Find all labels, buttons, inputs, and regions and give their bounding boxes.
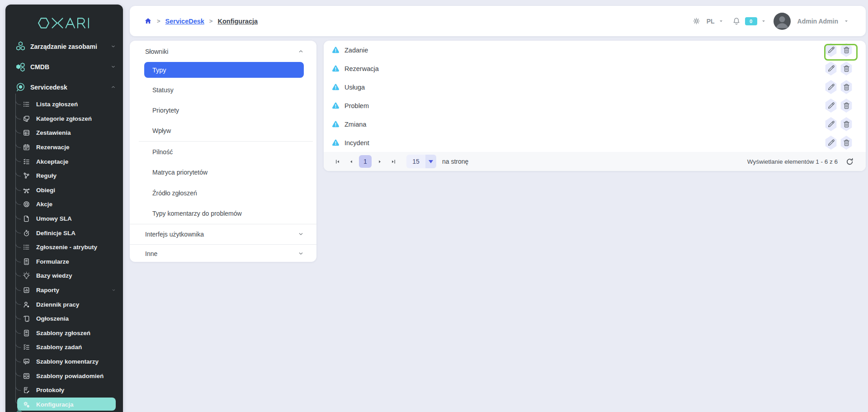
- sidebar-item-label: Formularze: [36, 258, 69, 265]
- announcement-icon: [23, 315, 30, 322]
- sidebar-item[interactable]: Lista zgłoszeń: [5, 97, 123, 112]
- config-item[interactable]: Źródło zgłoszeń: [130, 183, 316, 203]
- config-section-label: Słowniki: [145, 48, 168, 55]
- user-menu[interactable]: Admin Admin: [797, 18, 838, 25]
- edit-button[interactable]: [823, 43, 839, 58]
- last-page-button[interactable]: [388, 156, 399, 167]
- chevron-down-icon[interactable]: [844, 19, 849, 24]
- sidebar-item[interactable]: Reguły: [5, 169, 123, 183]
- list-icon: [23, 243, 30, 251]
- current-page-button[interactable]: 1: [359, 155, 372, 168]
- sidebar-item[interactable]: Rezerwacje: [5, 140, 123, 155]
- config-item[interactable]: Wpływ: [130, 121, 316, 141]
- delete-button[interactable]: [839, 61, 854, 76]
- sidebar-item[interactable]: Definicje SLA: [5, 226, 123, 240]
- sidebar-item[interactable]: Dziennik pracy: [5, 297, 123, 312]
- config-item[interactable]: Matryca priorytetów: [130, 162, 316, 183]
- sidebar-item[interactable]: Umowy SLA: [5, 212, 123, 226]
- breadcrumb-separator: >: [157, 18, 160, 24]
- home-icon[interactable]: [144, 17, 152, 25]
- delete-button[interactable]: [839, 117, 854, 132]
- topbar: > ServiceDesk > Konfiguracja PL 0 A: [130, 6, 866, 36]
- worklog-person-icon: [23, 301, 30, 308]
- sidebar-item[interactable]: Protokoły: [5, 383, 123, 398]
- edit-button[interactable]: [823, 135, 839, 151]
- next-page-button[interactable]: [374, 156, 385, 167]
- sidebar-item-label: Szablony komentarzy: [36, 358, 99, 365]
- trash-icon: [842, 83, 851, 91]
- first-page-button[interactable]: [332, 156, 343, 167]
- sidebar-item[interactable]: Ogłoszenia: [5, 312, 123, 326]
- sidebar-section-1[interactable]: Zarządzanie zasobami: [5, 36, 123, 57]
- gear-icon[interactable]: [692, 17, 701, 25]
- edit-button[interactable]: [823, 117, 839, 132]
- chevron-down-icon[interactable]: [719, 19, 723, 24]
- sidebar-section-2[interactable]: CMDB: [5, 57, 123, 77]
- sidebar-item[interactable]: Akceptacje: [5, 154, 123, 169]
- breadcrumb-link-servicedesk[interactable]: ServiceDesk: [165, 18, 204, 25]
- pencil-icon: [827, 101, 835, 110]
- delete-button[interactable]: [839, 98, 854, 114]
- table-row: Problem: [324, 96, 866, 115]
- config-item[interactable]: Statusy: [130, 80, 316, 100]
- prev-page-button[interactable]: [345, 156, 356, 167]
- bell-icon[interactable]: [732, 17, 741, 26]
- delete-button[interactable]: [839, 43, 854, 58]
- sidebar-item-label: Zgłoszenie - atrybuty: [36, 244, 97, 251]
- delete-button[interactable]: [839, 135, 854, 151]
- sidebar-item-label: Szablony zgłoszeń: [36, 330, 90, 336]
- config-item[interactable]: Pilność: [130, 142, 316, 162]
- sidebar-item-active[interactable]: Konfiguracja: [5, 397, 123, 412]
- config-item[interactable]: Typy komentarzy do problemów: [130, 203, 316, 223]
- sidebar-item-label: Bazy wiedzy: [36, 272, 72, 279]
- sidebar-section-3[interactable]: Servicedesk: [5, 77, 123, 97]
- page-size-value: 15: [406, 158, 425, 165]
- chevron-down-icon: [112, 288, 116, 292]
- edit-button[interactable]: [823, 98, 839, 114]
- chevron-up-icon: [298, 48, 304, 54]
- sidebar-item[interactable]: Kategorie zgłoszeń: [5, 112, 123, 126]
- breadcrumb-current[interactable]: Konfiguracja: [217, 18, 258, 25]
- pencil-icon: [827, 64, 835, 73]
- delete-button[interactable]: [839, 80, 854, 95]
- chevron-down-icon[interactable]: [761, 19, 766, 24]
- page-size-select[interactable]: 15: [406, 155, 436, 168]
- sidebar-section-label: CMDB: [30, 63, 106, 71]
- types-list-panel: ZadanieRezerwacjaUsługaProblemZmianaIncy…: [324, 41, 866, 171]
- sidebar-item[interactable]: Szablony zadań: [5, 340, 123, 355]
- sidebar-item[interactable]: Akcje: [5, 197, 123, 212]
- workflow-icon: [23, 186, 30, 194]
- config-section-header[interactable]: Słowniki: [130, 41, 316, 62]
- row-actions: [823, 43, 854, 58]
- sidebar-item[interactable]: Bazy wiedzy: [5, 269, 123, 283]
- sidebar-item[interactable]: Zgłoszenie - atrybuty: [5, 240, 123, 255]
- config-section-header[interactable]: Inne: [130, 245, 316, 263]
- config-section-header[interactable]: Interfejs użytkownika: [130, 224, 316, 244]
- sidebar-item-label: Rezerwacje: [36, 144, 70, 151]
- type-row-label: Problem: [344, 102, 369, 109]
- trash-icon: [842, 138, 851, 147]
- sidebar-item[interactable]: Formularze: [5, 255, 123, 269]
- language-selector[interactable]: PL: [707, 18, 715, 25]
- sidebar-item[interactable]: Szablony komentarzy: [5, 355, 123, 369]
- sidebar-item[interactable]: Obiegi: [5, 183, 123, 198]
- stopwatch-icon: [23, 229, 30, 237]
- chevron-down-icon: [298, 251, 304, 256]
- refresh-icon[interactable]: [845, 157, 854, 166]
- sidebar-item[interactable]: Raporty: [5, 283, 123, 298]
- sidebar-item[interactable]: Zestawienia: [5, 126, 123, 140]
- types-rows: ZadanieRezerwacjaUsługaProblemZmianaIncy…: [324, 41, 866, 152]
- row-actions: [823, 61, 854, 76]
- edit-button[interactable]: [823, 80, 839, 95]
- sidebar-item[interactable]: Szablony powiadomień: [5, 369, 123, 383]
- sidebar-item-label: Umowy SLA: [36, 215, 72, 222]
- calendar-icon: [23, 143, 30, 151]
- avatar[interactable]: [774, 13, 791, 30]
- config-item-active[interactable]: Typy: [144, 62, 304, 78]
- sidebar-item[interactable]: Szablony zgłoszeń: [5, 326, 123, 341]
- edit-button[interactable]: [823, 61, 839, 76]
- breadcrumb-separator: >: [209, 18, 213, 24]
- sidebar-nav: Zarządzanie zasobamiCMDBServicedeskLista…: [5, 36, 123, 412]
- config-item[interactable]: Priorytety: [130, 100, 316, 120]
- pencil-icon: [827, 120, 835, 128]
